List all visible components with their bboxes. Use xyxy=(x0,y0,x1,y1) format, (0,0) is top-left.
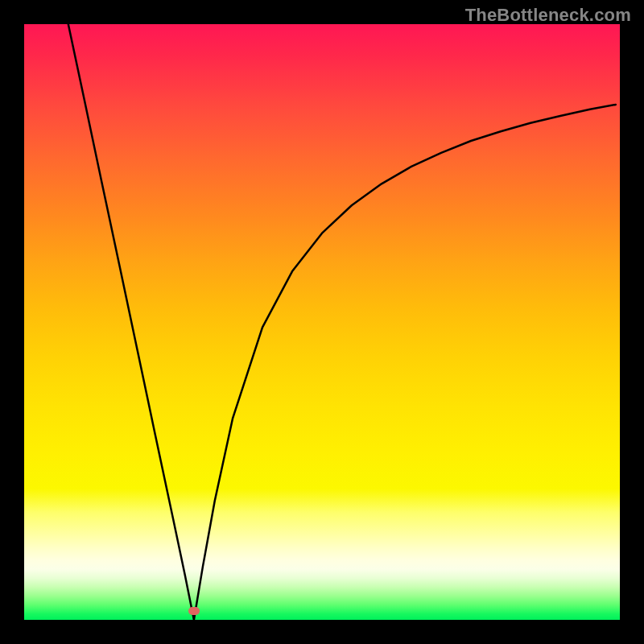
bottleneck-curve xyxy=(24,24,620,620)
chart-container: TheBottleneck.com xyxy=(0,0,644,644)
watermark-text: TheBottleneck.com xyxy=(465,5,631,26)
optimal-point-marker xyxy=(188,607,200,615)
plot-area xyxy=(24,24,620,620)
